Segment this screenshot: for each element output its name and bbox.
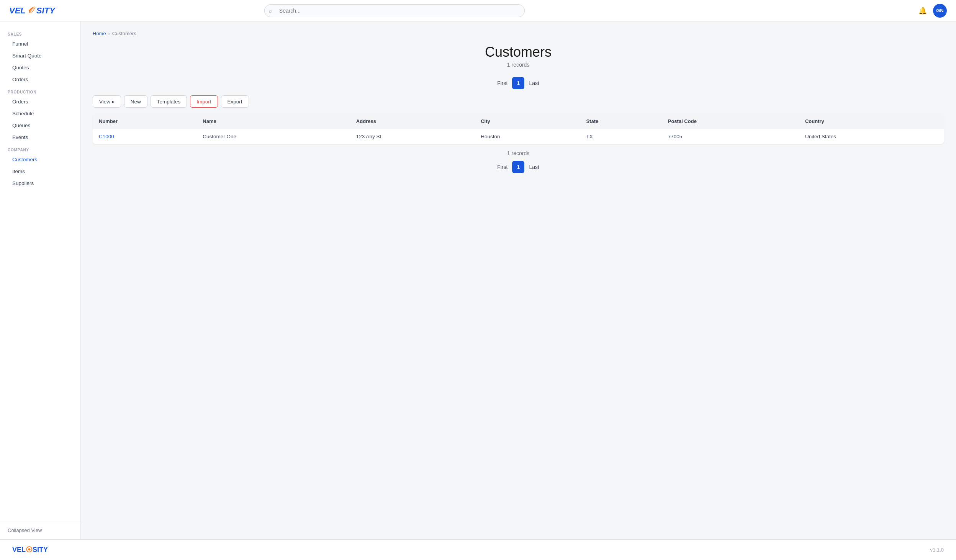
- pagination-page-1[interactable]: 1: [512, 77, 524, 89]
- col-city: City: [475, 114, 580, 129]
- pagination-bottom-last-label: Last: [529, 164, 539, 170]
- collapsed-view-toggle[interactable]: Collapsed View: [8, 527, 72, 533]
- new-button[interactable]: New: [124, 95, 147, 108]
- pagination-bottom: First 1 Last: [93, 161, 944, 173]
- sidebar-section-company: COMPANY: [0, 143, 80, 154]
- sidebar-item-suppliers[interactable]: Suppliers: [0, 177, 80, 189]
- footer-version: v1.1.0: [930, 547, 944, 553]
- sidebar-item-items[interactable]: Items: [0, 165, 80, 177]
- breadcrumb-home[interactable]: Home: [93, 31, 106, 36]
- breadcrumb-separator: ›: [108, 31, 110, 36]
- pagination-bottom-first-label: First: [497, 164, 507, 170]
- cell-name: Customer One: [196, 129, 350, 144]
- export-button[interactable]: Export: [221, 95, 249, 108]
- sidebar-section-sales: SALES: [0, 28, 80, 38]
- cell-address: 123 Any St: [350, 129, 475, 144]
- breadcrumb: Home › Customers: [93, 31, 944, 36]
- top-right-controls: 🔔 GN: [918, 4, 947, 18]
- col-address: Address: [350, 114, 475, 129]
- pagination-last-label: Last: [529, 80, 539, 86]
- breadcrumb-current: Customers: [112, 31, 136, 36]
- sidebar-item-customers[interactable]: Customers: [0, 154, 80, 165]
- pagination-top: First 1 Last: [93, 77, 944, 89]
- pagination-bottom-page-1[interactable]: 1: [512, 161, 524, 173]
- footer-logo: VEL⦿SITY: [12, 546, 48, 554]
- logo[interactable]: VEL 𝒪 SITY: [9, 6, 55, 16]
- customers-table: Number Name Address City State Postal Co…: [93, 114, 944, 144]
- import-button[interactable]: Import: [190, 95, 218, 108]
- main-content: Home › Customers Customers 1 records Fir…: [80, 21, 956, 539]
- search-input[interactable]: [264, 4, 525, 17]
- top-bar: VEL 𝒪 SITY ⌕ 🔔 GN: [0, 0, 956, 21]
- table-header-row: Number Name Address City State Postal Co…: [93, 114, 944, 129]
- notification-bell-icon[interactable]: 🔔: [918, 7, 927, 15]
- toolbar: View ▸ New Templates Import Export: [93, 95, 944, 108]
- cell-state: TX: [580, 129, 661, 144]
- footer: VEL⦿SITY v1.1.0: [0, 539, 956, 560]
- page-title: Customers: [93, 44, 944, 60]
- table-row: C1000 Customer One 123 Any St Houston TX…: [93, 129, 944, 144]
- record-count-top: 1 records: [93, 62, 944, 68]
- sidebar-nav: SALES Funnel Smart Quote Quotes Orders P…: [0, 21, 80, 195]
- sidebar-item-funnel[interactable]: Funnel: [0, 38, 80, 50]
- record-count-bottom: 1 records: [93, 150, 944, 156]
- cell-city: Houston: [475, 129, 580, 144]
- view-button[interactable]: View ▸: [93, 95, 121, 108]
- user-avatar[interactable]: GN: [933, 4, 947, 18]
- sidebar-section-production: PRODUCTION: [0, 85, 80, 96]
- page-header: Customers 1 records: [93, 44, 944, 68]
- sidebar: SALES Funnel Smart Quote Quotes Orders P…: [0, 21, 80, 539]
- bottom-section: 1 records First 1 Last: [93, 150, 944, 173]
- col-state: State: [580, 114, 661, 129]
- cell-number: C1000: [93, 129, 196, 144]
- cell-country: United States: [799, 129, 944, 144]
- search-bar: ⌕: [264, 4, 525, 17]
- sidebar-item-queues[interactable]: Queues: [0, 120, 80, 131]
- col-name: Name: [196, 114, 350, 129]
- search-icon: ⌕: [269, 8, 272, 14]
- sidebar-bottom: Collapsed View: [0, 521, 80, 539]
- cell-postal-code: 77005: [662, 129, 799, 144]
- sidebar-item-smart-quote[interactable]: Smart Quote: [0, 50, 80, 62]
- sidebar-item-events[interactable]: Events: [0, 131, 80, 143]
- col-postal-code: Postal Code: [662, 114, 799, 129]
- customer-link[interactable]: C1000: [99, 134, 114, 139]
- sidebar-item-orders-sales[interactable]: Orders: [0, 74, 80, 85]
- sidebar-item-quotes[interactable]: Quotes: [0, 62, 80, 74]
- col-number: Number: [93, 114, 196, 129]
- pagination-first-label: First: [497, 80, 507, 86]
- col-country: Country: [799, 114, 944, 129]
- sidebar-item-schedule[interactable]: Schedule: [0, 108, 80, 120]
- templates-button[interactable]: Templates: [151, 95, 187, 108]
- sidebar-item-orders-prod[interactable]: Orders: [0, 96, 80, 108]
